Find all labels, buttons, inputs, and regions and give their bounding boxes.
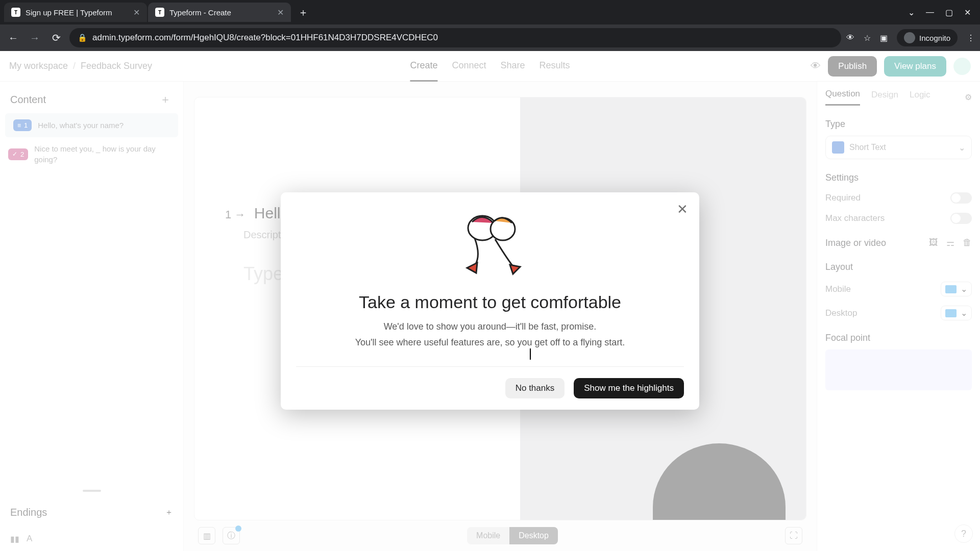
tab-title: Sign up FREE | Typeform [26, 8, 128, 17]
window-controls: ⌄ — ▢ ✕ [903, 8, 976, 17]
browser-tab-1[interactable]: T Sign up FREE | Typeform ✕ [4, 3, 147, 22]
favicon: T [155, 8, 164, 17]
back-button[interactable]: ← [5, 32, 21, 44]
modal-illustration [296, 208, 684, 279]
show-highlights-button[interactable]: Show me the highlights [574, 378, 684, 398]
app-root: My workspace / Feedback Survey Create Co… [0, 51, 980, 551]
modal-text-1: We'd love to show you around—it'll be fa… [296, 321, 684, 332]
incognito-icon [904, 32, 915, 43]
forward-button[interactable]: → [27, 32, 43, 44]
url-text: admin.typeform.com/form/HgehIQU8/create?… [92, 33, 438, 43]
incognito-chip[interactable]: Incognito [897, 29, 958, 46]
text-cursor [530, 348, 531, 360]
modal-title: Take a moment to get comfortable [296, 292, 684, 312]
incognito-label: Incognito [919, 34, 950, 42]
modal-wrap: ✕ Take a moment to get comfortable We'd [0, 51, 980, 551]
new-tab-button[interactable]: ＋ [292, 6, 314, 19]
lock-icon: 🔒 [78, 33, 87, 42]
chevron-down-icon[interactable]: ⌄ [908, 8, 915, 17]
browser-tab-2[interactable]: T Typeform - Create ✕ [148, 3, 291, 22]
kebab-menu-icon[interactable]: ⋮ [967, 33, 975, 43]
close-icon[interactable]: ✕ [277, 8, 284, 17]
address-bar: ← → ⟳ 🔒 admin.typeform.com/form/HgehIQU8… [0, 24, 980, 51]
reload-button[interactable]: ⟳ [48, 32, 64, 44]
star-icon[interactable]: ☆ [864, 33, 871, 43]
maximize-icon[interactable]: ▢ [945, 8, 953, 17]
close-icon[interactable]: ✕ [133, 8, 140, 17]
browser-tabbar: T Sign up FREE | Typeform ✕ T Typeform -… [0, 0, 980, 24]
close-icon[interactable]: ✕ [677, 202, 688, 217]
eye-off-icon[interactable]: 👁 [846, 33, 854, 42]
minimize-icon[interactable]: — [926, 8, 934, 17]
no-thanks-button[interactable]: No thanks [505, 378, 565, 398]
modal-text-2: You'll see where useful features are, so… [355, 337, 625, 347]
modal-text-2-wrap: You'll see where useful features are, so… [296, 337, 684, 348]
url-field[interactable]: 🔒 admin.typeform.com/form/HgehIQU8/creat… [69, 28, 841, 47]
close-window-icon[interactable]: ✕ [964, 8, 971, 17]
extension-icon[interactable]: ▣ [880, 33, 888, 43]
onboarding-modal: ✕ Take a moment to get comfortable We'd [281, 192, 699, 410]
tab-title: Typeform - Create [169, 8, 272, 17]
favicon: T [11, 8, 20, 17]
